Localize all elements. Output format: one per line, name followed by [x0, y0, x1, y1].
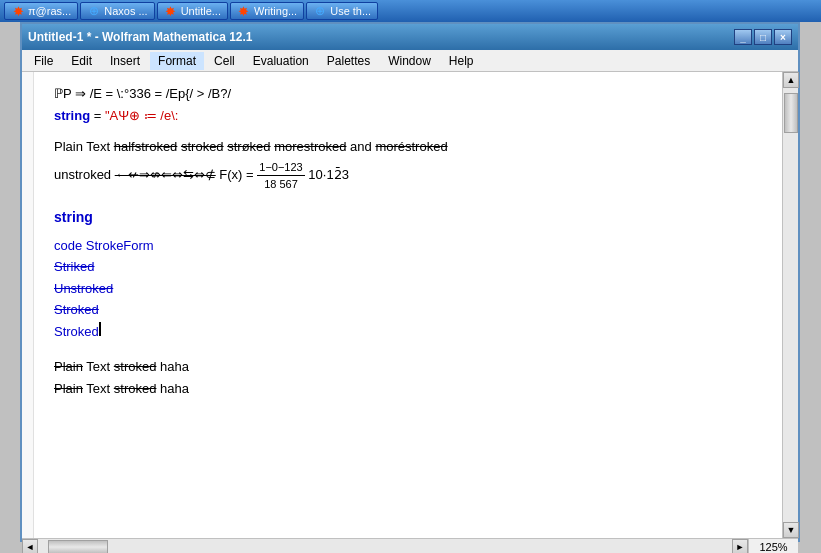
maximize-button[interactable]: □ [754, 29, 772, 45]
frac-numerator: 1−0−123 [257, 159, 304, 177]
scroll-track-v[interactable] [783, 88, 798, 522]
line-stroked2: Stroked [54, 322, 762, 342]
line3b-fraction: 1−0−123 18 567 [257, 159, 304, 193]
plain2-stroked: stroked [114, 381, 157, 396]
line-stroked1: Stroked [54, 300, 762, 320]
menu-help[interactable]: Help [441, 52, 482, 70]
window-title: Untitled-1 * - Wolfram Mathematica 12.1 [28, 30, 253, 44]
striked-text: Striked [54, 259, 94, 274]
scroll-up-button[interactable]: ▲ [783, 72, 799, 88]
taskbar-label-useth: Use th... [330, 5, 371, 17]
line-string: string [54, 207, 762, 228]
zoom-level: 125% [748, 539, 798, 554]
menu-bar: File Edit Insert Format Cell Evaluation … [22, 50, 798, 72]
line3-morestroked: morestroked [274, 139, 346, 154]
taskbar-label-writing: Writing... [254, 5, 297, 17]
globe-icon-naxos: ⊕ [87, 4, 101, 18]
plain1-haha-text: haha [160, 359, 189, 374]
taskbar-item-untitled[interactable]: ✸ Untitle... [157, 2, 228, 20]
menu-cell[interactable]: Cell [206, 52, 243, 70]
plain2-haha-text: haha [160, 381, 189, 396]
menu-palettes[interactable]: Palettes [319, 52, 378, 70]
title-bar-controls: _ □ × [734, 29, 792, 45]
main-window: Untitled-1 * - Wolfram Mathematica 12.1 … [20, 22, 800, 542]
menu-format[interactable]: Format [150, 52, 204, 70]
menu-evaluation[interactable]: Evaluation [245, 52, 317, 70]
scroll-thumb-v[interactable] [784, 93, 798, 133]
taskbar: ✸ π@ras... ⊕ Naxos ... ✸ Untitle... ✸ Wr… [0, 0, 821, 22]
plain1-text: Text [86, 359, 113, 374]
line2-string: string [54, 108, 90, 123]
stroked1-text: Stroked [54, 302, 99, 317]
line1-text: ℙP ⇒ /E = \:°336 = /Ep{/ > /B?/ [54, 86, 231, 101]
taskbar-item-writing[interactable]: ✸ Writing... [230, 2, 304, 20]
scroll-down-button[interactable]: ▼ [783, 522, 799, 538]
plain2-prefix: Plain [54, 381, 83, 396]
line-plain2: Plain Text stroked haha [54, 379, 762, 399]
line3-morestroked2: moréstroked [375, 139, 447, 154]
line-code: code StrokeForm [54, 236, 762, 256]
line3b-arrows: ←↚⇒⇎⇐⇔⇆⇔⊄ [115, 167, 216, 182]
scroll-left-button[interactable]: ◄ [22, 539, 38, 554]
taskbar-label-terminal: π@ras... [28, 5, 71, 17]
line-3: Plain Text halfstroked stroked strøked m… [54, 137, 762, 157]
line3b-func: F(x) = [219, 167, 257, 182]
margin-bar [22, 72, 34, 538]
taskbar-item-useth[interactable]: ⊕ Use th... [306, 2, 378, 20]
scroll-thumb-h[interactable] [48, 540, 108, 554]
line3-stroked2: strøked [227, 139, 270, 154]
globe-icon-useth: ⊕ [313, 4, 327, 18]
menu-edit[interactable]: Edit [63, 52, 100, 70]
bottom-bar: ◄ ► 125% [22, 538, 798, 553]
line-plain1: Plain Text stroked haha [54, 357, 762, 377]
close-button[interactable]: × [774, 29, 792, 45]
line-striked: Striked [54, 257, 762, 277]
starburst-icon-untitled: ✸ [164, 4, 178, 18]
editor-area[interactable]: ℙP ⇒ /E = \:°336 = /Ep{/ > /B?/ string =… [34, 72, 782, 538]
taskbar-item-naxos[interactable]: ⊕ Naxos ... [80, 2, 154, 20]
content-area: ℙP ⇒ /E = \:°336 = /Ep{/ > /B?/ string =… [22, 72, 798, 538]
menu-window[interactable]: Window [380, 52, 439, 70]
cursor [99, 322, 101, 336]
line3-stroked1: stroked [181, 139, 224, 154]
minimize-button[interactable]: _ [734, 29, 752, 45]
plain1-prefix: Plain [54, 359, 83, 374]
terminal-icon: ✸ [11, 4, 25, 18]
vertical-scrollbar[interactable]: ▲ ▼ [782, 72, 798, 538]
line3-and: and [350, 139, 375, 154]
scroll-track-h[interactable] [38, 539, 732, 554]
line2-eq: = [94, 108, 105, 123]
starburst-icon-writing: ✸ [237, 4, 251, 18]
line-1: ℙP ⇒ /E = \:°336 = /Ep{/ > /B?/ [54, 84, 762, 104]
code-text: code StrokeForm [54, 238, 154, 253]
menu-file[interactable]: File [26, 52, 61, 70]
unstroked-text: Unstroked [54, 281, 113, 296]
line-unstroked: Unstroked [54, 279, 762, 299]
line2-value: "AΨ⊕ ≔ /e\: [105, 108, 178, 123]
line-3b: unstroked ←↚⇒⇎⇐⇔⇆⇔⊄ F(x) = 1−0−123 18 56… [54, 159, 762, 193]
taskbar-label-naxos: Naxos ... [104, 5, 147, 17]
line3-plain: Plain Text [54, 139, 114, 154]
taskbar-label-untitled: Untitle... [181, 5, 221, 17]
plain1-stroked: stroked [114, 359, 157, 374]
stroked2-text: Stroked [54, 324, 99, 339]
plain2-text: Text [86, 381, 113, 396]
fraction-display: 1−0−123 18 567 [257, 159, 304, 193]
title-bar: Untitled-1 * - Wolfram Mathematica 12.1 … [22, 24, 798, 50]
string-label: string [54, 209, 93, 225]
taskbar-item-terminal[interactable]: ✸ π@ras... [4, 2, 78, 20]
scroll-right-button[interactable]: ► [732, 539, 748, 554]
line3-halfstroked: halfstroked [114, 139, 178, 154]
frac-denominator: 18 567 [262, 176, 300, 193]
line-2: string = "AΨ⊕ ≔ /e\: [54, 106, 762, 126]
line3b-suffix: 10·12̄3 [308, 167, 349, 182]
line3b-unstroked: unstroked [54, 167, 111, 182]
menu-insert[interactable]: Insert [102, 52, 148, 70]
